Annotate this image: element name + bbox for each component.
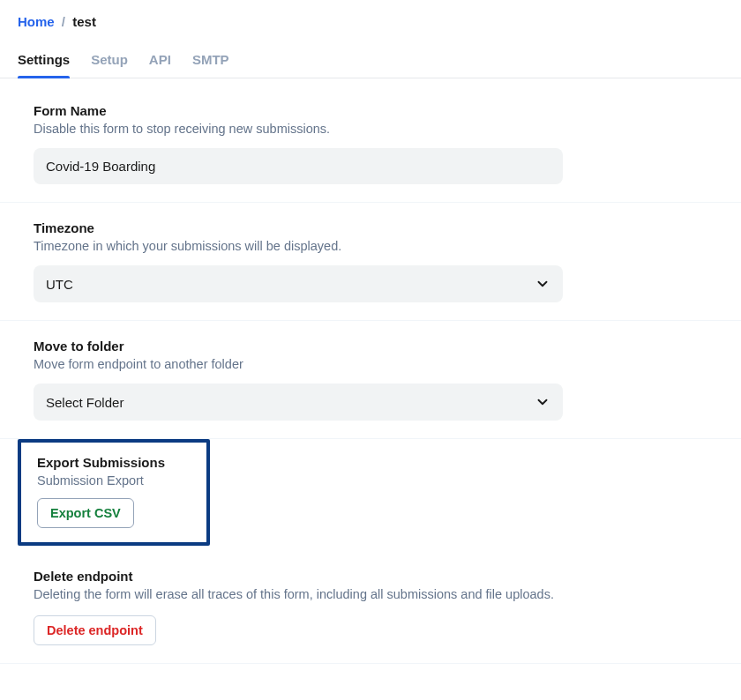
delete-title: Delete endpoint <box>34 569 707 584</box>
breadcrumb-home-link[interactable]: Home <box>18 14 55 29</box>
section-timezone: Timezone Timezone in which your submissi… <box>0 203 741 321</box>
tab-smtp[interactable]: SMTP <box>192 52 229 78</box>
export-title: Export Submissions <box>37 455 191 470</box>
form-name-input[interactable] <box>34 148 563 184</box>
tab-settings[interactable]: Settings <box>18 52 70 78</box>
section-delete: Delete endpoint Deleting the form will e… <box>0 546 741 664</box>
breadcrumb: Home / test <box>0 0 741 36</box>
move-folder-desc: Move form endpoint to another folder <box>34 357 707 371</box>
timezone-value: UTC <box>46 277 73 292</box>
form-name-desc: Disable this form to stop receiving new … <box>34 122 707 136</box>
timezone-select[interactable]: UTC <box>34 265 563 302</box>
breadcrumb-separator: / <box>62 14 65 29</box>
chevron-down-icon <box>535 394 550 410</box>
chevron-down-icon <box>535 276 550 292</box>
move-folder-value: Select Folder <box>46 395 124 410</box>
section-move-folder: Move to folder Move form endpoint to ano… <box>0 321 741 439</box>
tabs: Settings Setup API SMTP <box>0 52 741 78</box>
delete-desc: Deleting the form will erase all traces … <box>34 587 707 601</box>
timezone-desc: Timezone in which your submissions will … <box>34 239 707 253</box>
delete-endpoint-button[interactable]: Delete endpoint <box>34 615 156 645</box>
form-name-title: Form Name <box>34 103 707 118</box>
move-folder-select[interactable]: Select Folder <box>34 384 563 421</box>
export-highlight: Export Submissions Submission Export Exp… <box>18 439 210 546</box>
timezone-title: Timezone <box>34 220 707 235</box>
tab-api[interactable]: API <box>149 52 171 78</box>
section-form-name: Form Name Disable this form to stop rece… <box>0 78 741 203</box>
export-desc: Submission Export <box>37 473 191 488</box>
tab-setup[interactable]: Setup <box>91 52 128 78</box>
export-csv-button[interactable]: Export CSV <box>37 498 134 528</box>
move-folder-title: Move to folder <box>34 339 707 354</box>
section-export: Export Submissions Submission Export Exp… <box>0 439 741 546</box>
breadcrumb-current: test <box>72 14 96 29</box>
